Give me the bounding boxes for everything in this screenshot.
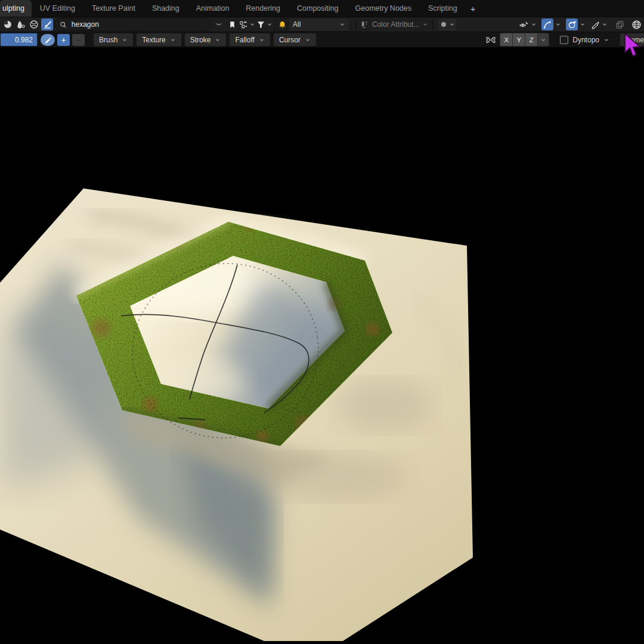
tab-compositing[interactable]: Compositing	[289, 0, 346, 17]
brush-panel-button[interactable]: Brush	[93, 33, 134, 47]
notification-filter-group: All	[274, 18, 351, 32]
stroke-panel-button[interactable]: Stroke	[184, 33, 227, 47]
chevron-down-icon	[259, 37, 265, 43]
duplicate-layers-button[interactable]	[614, 18, 626, 30]
search-icon	[60, 21, 67, 29]
asset-shelf-collapse-button[interactable]	[213, 18, 225, 30]
search-input[interactable]	[70, 20, 206, 29]
select-value: All	[293, 20, 301, 29]
active-brush-button[interactable]	[41, 18, 53, 30]
sculpt-mode-icon[interactable]	[15, 18, 27, 30]
cursor-panel-button[interactable]: Cursor	[273, 33, 317, 47]
add-workspace-button[interactable]: +	[466, 0, 481, 17]
eye-brush-icon	[519, 20, 529, 29]
tab-geometry-nodes[interactable]: Geometry Nodes	[347, 0, 420, 17]
bell-button[interactable]	[276, 18, 288, 30]
viewport-3d[interactable]	[0, 48, 644, 644]
chevron-down-icon	[215, 21, 222, 28]
symmetry-z-toggle[interactable]: Z	[525, 33, 538, 47]
dyntopo-checkbox[interactable]	[560, 36, 568, 44]
tab-texture-paint[interactable]: Texture Paint	[83, 0, 144, 17]
tab-shading[interactable]: Shading	[144, 0, 188, 17]
divider	[355, 19, 356, 30]
chevron-down-icon	[267, 21, 273, 27]
panel-label: Falloff	[235, 36, 254, 44]
tab-scripting[interactable]: Scripting	[420, 0, 466, 17]
texture-panel-button[interactable]: Texture	[136, 33, 181, 47]
mask-visibility-group[interactable]	[519, 20, 537, 29]
bookmark-icon	[228, 20, 236, 29]
sphere-swirl-icon	[29, 20, 39, 29]
workspace-tab-bar: ulpting UV Editing Texture Paint Shading…	[0, 0, 644, 17]
chevron-down-icon	[170, 37, 176, 43]
tab-uv-editing[interactable]: UV Editing	[32, 0, 83, 17]
tab-animation[interactable]: Animation	[188, 0, 238, 17]
chevron-down-icon	[603, 37, 609, 43]
tool-header: All Color Attribut...	[0, 17, 644, 32]
panel-label: Stroke	[190, 36, 211, 44]
bookmark-button[interactable]	[226, 18, 238, 30]
axis-label: Z	[530, 36, 534, 44]
tab-rendering[interactable]: Rendering	[237, 0, 289, 17]
color-attribute-label: Color Attribut...	[372, 20, 419, 29]
strength-value: 0.982	[1, 33, 38, 46]
minus-icon: −	[76, 35, 80, 45]
curves-falloff-group[interactable]	[541, 18, 561, 30]
tool-settings-bar: 0.982 + − Brush Texture Stroke Falloff C…	[0, 32, 644, 48]
globe-icon	[631, 20, 642, 30]
tab-label: Geometry Nodes	[355, 4, 411, 13]
pressure-pen-icon	[44, 36, 52, 44]
tab-sculpting[interactable]: ulpting	[0, 0, 32, 17]
symmetry-x-toggle[interactable]: X	[500, 33, 513, 47]
chevron-down-icon	[580, 21, 586, 27]
dyntopo-label: Dyntopo	[572, 36, 599, 44]
globe-button[interactable]	[630, 18, 642, 30]
copy-icon	[615, 20, 624, 29]
chevron-down-icon	[531, 21, 537, 27]
outliner-layers-icon	[239, 20, 248, 29]
paint-mode-group[interactable]	[566, 18, 586, 30]
plus-icon: +	[470, 4, 476, 14]
paint-sphere-icon	[568, 20, 577, 29]
tab-label: ulpting	[2, 4, 24, 13]
add-brush-button[interactable]: +	[57, 34, 70, 46]
panel-label: Cursor	[279, 36, 301, 44]
curve-arrow-icon	[543, 20, 552, 29]
curve-falloff-button[interactable]	[541, 18, 553, 30]
tab-label: UV Editing	[40, 4, 75, 13]
chevron-down-icon	[215, 37, 221, 43]
chevron-down-icon	[339, 21, 345, 27]
brush-search-field[interactable]	[54, 18, 212, 31]
bell-icon	[278, 20, 287, 29]
brush-icon	[43, 20, 52, 29]
filter-button[interactable]	[256, 18, 273, 30]
circle-icon	[439, 20, 448, 29]
editor-type-icon[interactable]	[2, 18, 14, 30]
stylus-group[interactable]	[590, 20, 608, 29]
chevron-down-icon	[422, 21, 428, 27]
symmetry-options-dropdown[interactable]	[537, 33, 549, 47]
matcap-sphere-icon[interactable]	[28, 18, 40, 30]
funnel-icon	[256, 20, 265, 29]
catalog-filter-button[interactable]	[239, 18, 255, 30]
remesh-panel-button[interactable]: Reme	[620, 33, 644, 47]
strength-slider[interactable]: 0.982	[0, 33, 38, 47]
axis-label: Y	[516, 36, 521, 44]
remove-brush-button[interactable]: −	[72, 34, 85, 46]
chevron-down-icon	[305, 37, 311, 43]
falloff-shape-group[interactable]	[437, 18, 457, 32]
paint-sphere-button[interactable]	[566, 18, 578, 30]
display-filter-select[interactable]: All	[289, 18, 349, 31]
symmetry-axis-toggles: X Y Z	[500, 33, 549, 47]
color-attribute-icon	[360, 20, 369, 29]
falloff-panel-button[interactable]: Falloff	[229, 33, 270, 47]
tab-label: Compositing	[297, 4, 338, 13]
pressure-toggle-button[interactable]	[41, 34, 55, 46]
chevron-down-icon	[602, 21, 608, 27]
divider	[432, 19, 433, 30]
color-attribute-group[interactable]: Color Attribut...	[360, 20, 428, 29]
remesh-label: Reme	[625, 36, 644, 44]
chevron-down-icon	[249, 21, 255, 27]
chevron-down-icon	[555, 21, 561, 27]
symmetry-y-toggle[interactable]: Y	[512, 33, 525, 47]
